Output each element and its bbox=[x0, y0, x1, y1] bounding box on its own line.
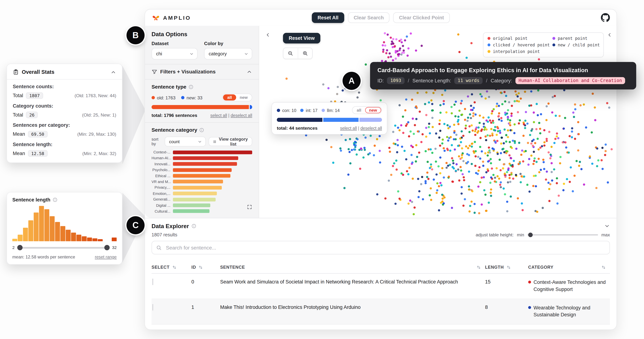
scatter-point[interactable] bbox=[526, 123, 528, 125]
scatter-point[interactable] bbox=[532, 185, 534, 187]
scatter-point[interactable] bbox=[535, 185, 537, 187]
scatter-point[interactable] bbox=[376, 138, 378, 140]
slider-knob[interactable] bbox=[528, 232, 533, 237]
scatter-point[interactable] bbox=[396, 139, 398, 141]
github-link[interactable] bbox=[601, 13, 610, 22]
scatter-point[interactable] bbox=[388, 147, 390, 149]
scatter-point[interactable] bbox=[498, 178, 500, 180]
scatter-point[interactable] bbox=[464, 108, 466, 110]
scatter-point[interactable] bbox=[379, 161, 381, 163]
sort-icon[interactable] bbox=[601, 265, 606, 269]
scatter-point[interactable] bbox=[574, 138, 576, 140]
scatter-point[interactable] bbox=[568, 135, 571, 137]
scatter-point[interactable] bbox=[406, 35, 408, 38]
collapse-plot-button[interactable] bbox=[604, 31, 615, 39]
scatter-point[interactable] bbox=[583, 183, 585, 186]
scatter-point[interactable] bbox=[455, 134, 458, 136]
scatter-point[interactable] bbox=[449, 125, 451, 128]
scatter-point[interactable] bbox=[379, 150, 381, 152]
scatter-point[interactable] bbox=[405, 98, 408, 101]
scatter-point[interactable] bbox=[440, 184, 442, 186]
scatter-point[interactable] bbox=[448, 176, 450, 178]
scatter-point[interactable] bbox=[461, 157, 463, 159]
scatter-point[interactable] bbox=[486, 90, 488, 92]
scatter-point[interactable] bbox=[496, 126, 498, 128]
deselect-all-link[interactable]: deselect all bbox=[230, 113, 252, 118]
scatter-point[interactable] bbox=[510, 115, 512, 117]
category-bar[interactable] bbox=[173, 198, 216, 201]
scatter-point[interactable] bbox=[571, 127, 573, 129]
scatter-point[interactable] bbox=[606, 102, 608, 104]
scatter-point[interactable] bbox=[417, 178, 419, 180]
scatter-point[interactable] bbox=[577, 121, 579, 123]
scatter-point[interactable] bbox=[510, 129, 512, 131]
scatter-point[interactable] bbox=[542, 161, 545, 163]
scatter-point[interactable] bbox=[385, 52, 388, 54]
scatter-point[interactable] bbox=[460, 169, 462, 172]
category-bar-row[interactable]: Generati... bbox=[152, 197, 252, 201]
scatter-point[interactable] bbox=[406, 170, 408, 172]
scatter-point[interactable] bbox=[415, 160, 417, 163]
scatter-point[interactable] bbox=[464, 198, 466, 200]
scatter-point[interactable] bbox=[378, 135, 381, 137]
scatter-point[interactable] bbox=[480, 137, 482, 139]
scatter-point[interactable] bbox=[390, 36, 392, 39]
scatter-point[interactable] bbox=[529, 134, 531, 136]
scatter-point[interactable] bbox=[462, 176, 465, 178]
scatter-point[interactable] bbox=[431, 168, 433, 170]
scatter-point[interactable] bbox=[491, 112, 493, 114]
scatter-point[interactable] bbox=[536, 138, 539, 140]
scatter-point[interactable] bbox=[410, 130, 412, 133]
scatter-point[interactable] bbox=[414, 206, 416, 209]
scatter-point[interactable] bbox=[542, 207, 544, 209]
scatter-point[interactable] bbox=[428, 101, 430, 104]
scatter-point[interactable] bbox=[443, 147, 445, 149]
scatter-point[interactable] bbox=[431, 117, 434, 119]
scatter-point[interactable] bbox=[381, 60, 383, 62]
scatter-point[interactable] bbox=[486, 134, 489, 136]
scatter-point[interactable] bbox=[527, 163, 530, 166]
scatter-point[interactable] bbox=[531, 140, 534, 142]
dataset-select[interactable]: chi bbox=[152, 48, 198, 59]
scatter-point[interactable] bbox=[406, 55, 409, 57]
scatter-point[interactable] bbox=[467, 95, 469, 97]
zoom-out-button[interactable] bbox=[284, 48, 298, 59]
col-id[interactable]: ID bbox=[192, 265, 220, 270]
scatter-point[interactable] bbox=[528, 105, 530, 107]
scatter-point[interactable] bbox=[442, 197, 444, 200]
scatter-point[interactable] bbox=[455, 101, 457, 103]
category-bar[interactable] bbox=[173, 168, 232, 172]
scatter-point[interactable] bbox=[468, 131, 471, 133]
scatter-point[interactable] bbox=[564, 141, 566, 144]
scatter-point[interactable] bbox=[498, 115, 500, 117]
scatter-point[interactable] bbox=[389, 151, 391, 153]
scatter-point[interactable] bbox=[392, 59, 394, 61]
scatter-point[interactable] bbox=[469, 145, 471, 147]
scatter-point[interactable] bbox=[440, 112, 442, 114]
scatter-point[interactable] bbox=[494, 177, 496, 179]
scatter-point[interactable] bbox=[353, 144, 356, 146]
scatter-point[interactable] bbox=[382, 51, 384, 53]
scatter-point[interactable] bbox=[506, 201, 508, 203]
scatter-point[interactable] bbox=[536, 211, 538, 213]
scatter-point[interactable] bbox=[432, 109, 434, 111]
scatter-point[interactable] bbox=[340, 150, 342, 152]
scatter-point[interactable] bbox=[556, 177, 558, 179]
scatter-point[interactable] bbox=[543, 129, 546, 131]
scatter-point[interactable] bbox=[472, 129, 474, 132]
scatter-point[interactable] bbox=[518, 163, 520, 165]
scatter-point[interactable] bbox=[426, 172, 428, 174]
scatter-point[interactable] bbox=[553, 168, 555, 170]
scatter-point[interactable] bbox=[336, 93, 338, 95]
scatter-point[interactable] bbox=[461, 154, 463, 156]
scatter-point[interactable] bbox=[524, 120, 526, 122]
scatter-point[interactable] bbox=[435, 161, 437, 163]
scatter-point[interactable] bbox=[390, 174, 392, 176]
scatter-point[interactable] bbox=[354, 141, 356, 143]
scatter-point[interactable] bbox=[508, 177, 511, 179]
scatter-point[interactable] bbox=[451, 207, 453, 209]
scatter-point[interactable] bbox=[422, 198, 424, 200]
scatter-point[interactable] bbox=[507, 181, 509, 183]
scatter-point[interactable] bbox=[530, 90, 532, 92]
scatter-point[interactable] bbox=[441, 94, 443, 96]
